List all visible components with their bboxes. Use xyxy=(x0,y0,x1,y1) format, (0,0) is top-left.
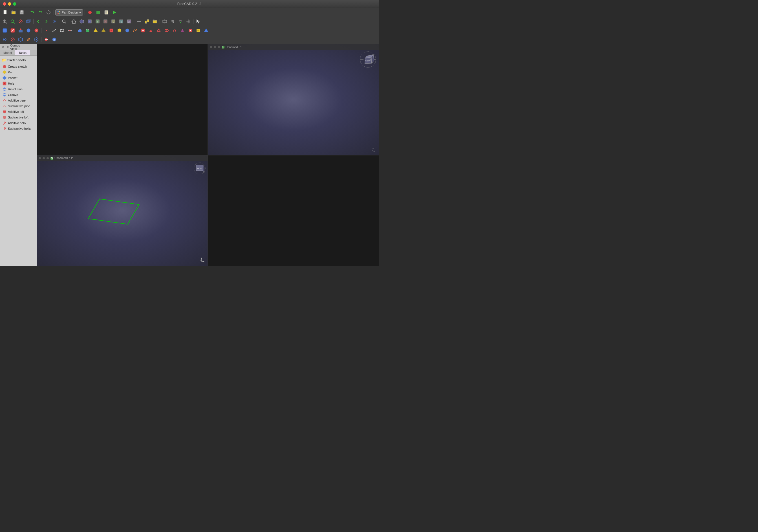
sidebar-item-additive-loft[interactable]: Additive loft xyxy=(1,109,36,115)
bounding-box-button[interactable] xyxy=(25,18,32,25)
sidebar-item-groove[interactable]: Groove xyxy=(1,92,36,98)
new-button[interactable] xyxy=(2,9,9,16)
shape13-button[interactable] xyxy=(187,27,194,34)
shape14-button[interactable] xyxy=(194,27,202,34)
frog-button[interactable] xyxy=(84,27,91,34)
viewport-bottom-right[interactable] xyxy=(208,155,379,266)
svg-text:T: T xyxy=(97,21,98,23)
svg-marker-61 xyxy=(196,19,200,23)
con6-button[interactable] xyxy=(43,36,50,43)
no-view-button[interactable] xyxy=(17,18,24,25)
view-iso-button[interactable] xyxy=(78,18,86,25)
sidebar-item-subtractive-helix[interactable]: Subtractive helix xyxy=(1,126,36,131)
nav-link-button[interactable] xyxy=(51,18,58,25)
view-home-button[interactable] xyxy=(70,18,78,25)
nav-cube-top-right[interactable]: FRONT xyxy=(360,51,376,68)
viewport-top-left[interactable] xyxy=(37,44,208,155)
macro-button[interactable] xyxy=(103,9,110,16)
close-button[interactable] xyxy=(3,2,6,6)
record-button[interactable] xyxy=(86,9,94,16)
select-group-button[interactable] xyxy=(143,18,151,25)
con2-button[interactable] xyxy=(9,36,17,43)
link-button[interactable] xyxy=(169,18,176,25)
con4-button[interactable] xyxy=(25,36,32,43)
shape5-button[interactable] xyxy=(123,27,131,34)
viewport-bottom-left[interactable]: Qt Unnamed1 : 1* FRONT xyxy=(37,155,208,266)
shape1-button[interactable] xyxy=(92,27,99,34)
sidebar-item-pad[interactable]: Pad xyxy=(1,69,36,75)
svg-marker-138 xyxy=(372,148,373,149)
save-button[interactable] xyxy=(18,9,25,16)
undo-button[interactable] xyxy=(28,9,36,16)
validate-sketch-button[interactable]: ✓ xyxy=(33,27,40,34)
con5-button[interactable] xyxy=(33,36,40,43)
open-button[interactable] xyxy=(10,9,17,16)
view-top-button[interactable]: T xyxy=(94,18,101,25)
view-back-button[interactable]: B xyxy=(118,18,125,25)
minimize-button[interactable] xyxy=(8,2,11,6)
shape11-button[interactable] xyxy=(171,27,178,34)
view-right-button[interactable]: R xyxy=(102,18,109,25)
shape6-button[interactable] xyxy=(131,27,139,34)
sidebar-item-additive-helix[interactable]: Additive helix xyxy=(1,120,36,126)
rect-button[interactable] xyxy=(58,27,66,34)
con1-button[interactable] xyxy=(1,36,9,43)
stop-button[interactable] xyxy=(94,9,102,16)
zoom-btn[interactable] xyxy=(60,18,68,25)
maximize-button[interactable] xyxy=(13,2,17,6)
nav-back-button[interactable] xyxy=(35,18,42,25)
shape9-button[interactable] xyxy=(155,27,162,34)
con3-button[interactable] xyxy=(17,36,24,43)
close-panel-icon[interactable]: ✕ xyxy=(1,45,5,49)
shape15-button[interactable] xyxy=(202,27,210,34)
line-button[interactable] xyxy=(51,27,58,34)
create-body-button[interactable] xyxy=(1,27,9,34)
nav-cube-bottom-left[interactable]: FRONT xyxy=(193,162,206,175)
sidebar-item-subtractive-pipe[interactable]: Subtractive pipe xyxy=(1,103,36,109)
cross-button[interactable] xyxy=(66,27,74,34)
attach-sketch-button[interactable] xyxy=(17,27,24,34)
shape10-button[interactable] xyxy=(163,27,170,34)
view-bottom-button[interactable]: Bo xyxy=(125,18,133,25)
svg-text:✓: ✓ xyxy=(36,30,38,32)
sidebar-item-subtractive-loft[interactable]: Subtractive loft xyxy=(1,115,36,120)
shape7-button[interactable] xyxy=(139,27,147,34)
migrate-button[interactable] xyxy=(25,27,32,34)
shape4-button[interactable] xyxy=(116,27,123,34)
shape8-button[interactable] xyxy=(147,27,155,34)
pad-button[interactable] xyxy=(76,27,84,34)
shape12-button[interactable] xyxy=(179,27,186,34)
svg-rect-90 xyxy=(118,29,121,32)
sidebar-item-create-sketch[interactable]: Create sketch xyxy=(1,64,36,69)
view-left-button[interactable]: L xyxy=(110,18,117,25)
new-group-button[interactable] xyxy=(151,18,158,25)
workbench-dropdown[interactable]: Part Design xyxy=(55,9,83,16)
sidebar-item-hole[interactable]: Hole xyxy=(1,81,36,86)
redo-button[interactable] xyxy=(37,9,44,16)
point-button[interactable] xyxy=(43,27,50,34)
zoom-fit-sel-button[interactable] xyxy=(9,18,17,25)
clip-plane-button[interactable] xyxy=(161,18,168,25)
refresh-button[interactable] xyxy=(45,9,52,16)
create-sketch-button[interactable] xyxy=(9,27,17,34)
nav-fwd-button[interactable] xyxy=(43,18,50,25)
execute-button[interactable] xyxy=(111,9,118,16)
link-group-button[interactable] xyxy=(185,18,192,25)
measure-distance-button[interactable] xyxy=(135,18,143,25)
con7-button[interactable]: D xyxy=(51,36,58,43)
viewport-top-right[interactable]: Qt Unnamed : 1 xyxy=(208,44,379,155)
sidebar-item-additive-pipe[interactable]: Additive pipe xyxy=(1,98,36,103)
shape3-button[interactable] xyxy=(108,27,115,34)
sidebar-item-revolution[interactable]: Revolution xyxy=(1,86,36,92)
zoom-fit-all-button[interactable] xyxy=(1,18,9,25)
tab-model[interactable]: Model xyxy=(0,50,15,55)
sidebar-item-pocket[interactable]: Pocket xyxy=(1,75,36,81)
svg-rect-65 xyxy=(18,30,22,32)
import-link-button[interactable] xyxy=(177,18,184,25)
pointer-button[interactable] xyxy=(194,18,202,25)
window-controls[interactable] xyxy=(3,2,17,6)
expand-panel-icon[interactable]: ⊞ xyxy=(6,45,10,49)
tab-tasks[interactable]: Tasks xyxy=(15,50,30,55)
view-front-button[interactable]: F xyxy=(86,18,93,25)
shape2-button[interactable] xyxy=(100,27,107,34)
